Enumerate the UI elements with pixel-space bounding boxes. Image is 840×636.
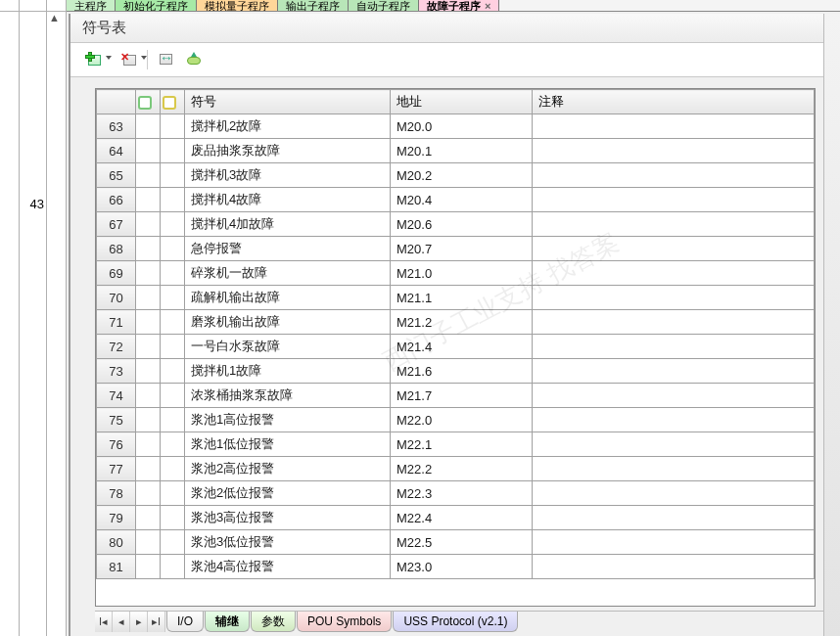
row-icon1-cell[interactable] bbox=[136, 188, 161, 212]
row-address-cell[interactable]: M22.0 bbox=[391, 408, 533, 432]
bottom-tab-params[interactable]: 参数 bbox=[251, 612, 296, 632]
row-icon2-cell[interactable] bbox=[161, 457, 185, 481]
row-comment-cell[interactable] bbox=[533, 212, 815, 237]
row-icon1-cell[interactable] bbox=[136, 237, 161, 261]
table-row[interactable]: 81浆池4高位报警M23.0 bbox=[97, 555, 815, 579]
row-address-cell[interactable]: M21.2 bbox=[391, 310, 533, 335]
row-comment-cell[interactable] bbox=[533, 188, 815, 212]
table-row[interactable]: 67搅拌机4加故障M20.6 bbox=[97, 212, 815, 237]
table-row[interactable]: 76浆池1低位报警M22.1 bbox=[97, 432, 815, 457]
table-row[interactable]: 77浆池2高位报警M22.2 bbox=[97, 457, 815, 481]
row-icon1-cell[interactable] bbox=[136, 359, 161, 384]
row-icon1-cell[interactable] bbox=[136, 114, 161, 139]
table-row[interactable]: 66搅拌机4故障M20.4 bbox=[97, 188, 815, 212]
row-symbol-cell[interactable]: 搅拌机4加故障 bbox=[185, 212, 391, 237]
row-symbol-cell[interactable]: 浆池2高位报警 bbox=[185, 457, 391, 481]
table-row[interactable]: 78浆池2低位报警M22.3 bbox=[97, 481, 815, 506]
col-head-icon1[interactable] bbox=[136, 90, 161, 114]
col-head-symbol[interactable]: 符号 bbox=[185, 90, 391, 114]
nav-last-button[interactable]: ▸I bbox=[148, 612, 165, 632]
insert-row-button[interactable] bbox=[80, 49, 106, 70]
row-comment-cell[interactable] bbox=[533, 359, 815, 384]
export-button[interactable] bbox=[181, 49, 207, 70]
row-icon2-cell[interactable] bbox=[161, 481, 185, 506]
row-address-cell[interactable]: M22.5 bbox=[391, 530, 533, 555]
row-comment-cell[interactable] bbox=[533, 237, 815, 261]
dropdown-icon[interactable] bbox=[141, 56, 147, 60]
row-symbol-cell[interactable]: 一号白水泵故障 bbox=[185, 335, 391, 359]
row-symbol-cell[interactable]: 磨浆机输出故障 bbox=[185, 310, 391, 335]
dropdown-icon[interactable] bbox=[106, 56, 112, 60]
col-head-rownum[interactable] bbox=[97, 90, 136, 114]
row-comment-cell[interactable] bbox=[533, 408, 815, 432]
row-icon1-cell[interactable] bbox=[136, 481, 161, 506]
table-row[interactable]: 64废品抽浆泵故障M20.1 bbox=[97, 139, 815, 163]
row-icon1-cell[interactable] bbox=[136, 555, 161, 579]
right-scrollbar[interactable] bbox=[823, 14, 840, 636]
row-symbol-cell[interactable]: 浆池1高位报警 bbox=[185, 408, 391, 432]
table-row[interactable]: 69碎浆机一故障M21.0 bbox=[97, 261, 815, 286]
row-icon2-cell[interactable] bbox=[161, 188, 185, 212]
table-row[interactable]: 75浆池1高位报警M22.0 bbox=[97, 408, 815, 432]
row-symbol-cell[interactable]: 废品抽浆泵故障 bbox=[185, 139, 391, 163]
row-comment-cell[interactable] bbox=[533, 432, 815, 457]
row-symbol-cell[interactable]: 疏解机输出故障 bbox=[185, 286, 391, 310]
row-icon1-cell[interactable] bbox=[136, 457, 161, 481]
tab-main[interactable]: 主程序 bbox=[67, 0, 116, 11]
row-icon2-cell[interactable] bbox=[161, 286, 185, 310]
row-symbol-cell[interactable]: 浆池1低位报警 bbox=[185, 432, 391, 457]
table-row[interactable]: 63搅拌机2故障M20.0 bbox=[97, 114, 815, 139]
row-icon1-cell[interactable] bbox=[136, 163, 161, 188]
row-address-cell[interactable]: M22.3 bbox=[391, 481, 533, 506]
row-icon2-cell[interactable] bbox=[161, 555, 185, 579]
row-icon2-cell[interactable] bbox=[161, 261, 185, 286]
table-row[interactable]: 80浆池3低位报警M22.5 bbox=[97, 530, 815, 555]
row-address-cell[interactable]: M20.4 bbox=[391, 188, 533, 212]
row-icon1-cell[interactable] bbox=[136, 530, 161, 555]
row-symbol-cell[interactable]: 浆池2低位报警 bbox=[185, 481, 391, 506]
row-icon2-cell[interactable] bbox=[161, 114, 185, 139]
row-symbol-cell[interactable]: 浆池3高位报警 bbox=[185, 506, 391, 530]
row-symbol-cell[interactable]: 碎浆机一故障 bbox=[185, 261, 391, 286]
table-row[interactable]: 70疏解机输出故障M21.1 bbox=[97, 286, 815, 310]
row-comment-cell[interactable] bbox=[533, 530, 815, 555]
row-icon1-cell[interactable] bbox=[136, 506, 161, 530]
col-head-address[interactable]: 地址 bbox=[391, 90, 533, 114]
bottom-tab-pou[interactable]: POU Symbols bbox=[297, 612, 392, 632]
row-symbol-cell[interactable]: 搅拌机3故障 bbox=[185, 163, 391, 188]
row-address-cell[interactable]: M21.7 bbox=[391, 384, 533, 408]
row-address-cell[interactable]: M23.0 bbox=[391, 555, 533, 579]
table-row[interactable]: 79浆池3高位报警M22.4 bbox=[97, 506, 815, 530]
nav-first-button[interactable]: I◂ bbox=[95, 612, 113, 632]
row-icon1-cell[interactable] bbox=[136, 139, 161, 163]
row-icon1-cell[interactable] bbox=[136, 261, 161, 286]
row-icon1-cell[interactable] bbox=[136, 310, 161, 335]
bottom-tab-uss[interactable]: USS Protocol (v2.1) bbox=[393, 612, 518, 632]
row-comment-cell[interactable] bbox=[533, 555, 815, 579]
gutter-up-icon[interactable]: ▲ bbox=[49, 12, 60, 23]
table-row[interactable]: 73搅拌机1故障M21.6 bbox=[97, 359, 815, 384]
bottom-tab-relay[interactable]: 辅继 bbox=[205, 612, 250, 632]
row-symbol-cell[interactable]: 浓浆桶抽浆泵故障 bbox=[185, 384, 391, 408]
row-icon2-cell[interactable] bbox=[161, 432, 185, 457]
row-address-cell[interactable]: M22.1 bbox=[391, 432, 533, 457]
row-comment-cell[interactable] bbox=[533, 310, 815, 335]
row-icon1-cell[interactable] bbox=[136, 335, 161, 359]
tab-auto[interactable]: 自动子程序 bbox=[349, 0, 419, 11]
row-icon1-cell[interactable] bbox=[136, 286, 161, 310]
row-icon1-cell[interactable] bbox=[136, 384, 161, 408]
row-comment-cell[interactable] bbox=[533, 114, 815, 139]
row-icon2-cell[interactable] bbox=[161, 359, 185, 384]
row-address-cell[interactable]: M22.4 bbox=[391, 506, 533, 530]
row-address-cell[interactable]: M21.1 bbox=[391, 286, 533, 310]
row-symbol-cell[interactable]: 浆池3低位报警 bbox=[185, 530, 391, 555]
tab-close-icon[interactable]: × bbox=[485, 0, 490, 11]
row-icon2-cell[interactable] bbox=[161, 212, 185, 237]
row-comment-cell[interactable] bbox=[533, 139, 815, 163]
row-icon2-cell[interactable] bbox=[161, 310, 185, 335]
row-address-cell[interactable]: M22.2 bbox=[391, 457, 533, 481]
row-comment-cell[interactable] bbox=[533, 506, 815, 530]
row-icon2-cell[interactable] bbox=[161, 506, 185, 530]
move-button[interactable]: ↔ bbox=[154, 49, 179, 70]
row-icon2-cell[interactable] bbox=[161, 139, 185, 163]
